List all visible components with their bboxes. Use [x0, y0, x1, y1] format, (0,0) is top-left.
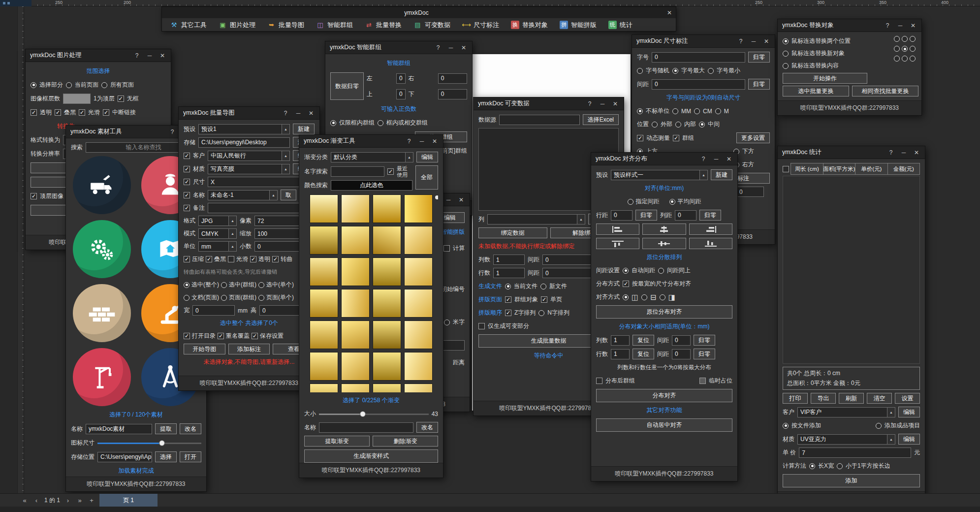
- radio-fixed-gap[interactable]: [628, 199, 633, 205]
- radio-current-page[interactable]: [66, 82, 72, 88]
- stats-column-header[interactable]: 单价(元): [855, 163, 888, 175]
- option-radio[interactable]: [910, 46, 916, 52]
- more-settings-button[interactable]: 更多设置: [736, 132, 770, 143]
- variable-only-checkbox[interactable]: [478, 323, 485, 329]
- group-after-checkbox[interactable]: [596, 378, 602, 384]
- name-checkbox[interactable]: [184, 192, 190, 198]
- toolbar-item-image-process[interactable]: ▣图片处理: [219, 21, 255, 30]
- radio-outside[interactable]: [652, 122, 658, 128]
- dropdown-arrow-icon[interactable]: [887, 407, 895, 417]
- open-path-button[interactable]: 打开: [180, 451, 201, 462]
- name-search-input[interactable]: [331, 166, 384, 177]
- toolbar-item-smart-imposition[interactable]: 拼智能拼版: [560, 21, 597, 30]
- zero-gap-button[interactable]: 归零: [748, 79, 770, 90]
- option-radio[interactable]: [902, 36, 908, 42]
- dist-cols-input[interactable]: 1: [611, 335, 630, 346]
- align-right-button[interactable]: [689, 224, 732, 235]
- minimize-icon[interactable]: ─: [712, 156, 720, 162]
- align-bottom-button[interactable]: [689, 238, 732, 249]
- help-icon[interactable]: ?: [699, 156, 707, 162]
- radio-selected-whole[interactable]: [184, 282, 190, 288]
- transparent-checkbox[interactable]: [250, 256, 256, 262]
- dynamic-measure-checkbox[interactable]: [637, 135, 643, 141]
- gradient-swatch[interactable]: [341, 289, 370, 318]
- gradient-swatch[interactable]: [310, 257, 338, 286]
- close-icon[interactable]: ✕: [460, 44, 468, 51]
- radio-n-order[interactable]: [538, 310, 544, 316]
- option-radio[interactable]: [894, 46, 900, 52]
- close-icon[interactable]: ✕: [158, 52, 166, 59]
- right-input[interactable]: 0: [438, 73, 467, 84]
- toolbar-item-other-tools[interactable]: ⚒其它工具: [170, 21, 207, 30]
- mode-select[interactable]: CMYK: [198, 228, 228, 239]
- gradient-category-select[interactable]: 默认分类: [331, 152, 405, 162]
- height-input[interactable]: 0: [259, 305, 302, 316]
- gradient-swatch[interactable]: [404, 257, 433, 286]
- help-icon[interactable]: ?: [168, 128, 176, 135]
- edit-client-button[interactable]: 编辑: [898, 407, 920, 417]
- minimize-icon[interactable]: ─: [418, 138, 426, 145]
- preset-select[interactable]: 预设1: [198, 124, 282, 134]
- toolbar-item-variable-data[interactable]: ▤可变数据: [413, 21, 450, 30]
- radio-inside[interactable]: [675, 122, 681, 128]
- gap-input[interactable]: 0: [652, 79, 745, 90]
- titlebar[interactable]: ymxkDoc 替换对象?─✕: [778, 19, 921, 32]
- breaklink-checkbox[interactable]: [103, 109, 109, 116]
- radio-selected-single[interactable]: [258, 282, 264, 288]
- gradient-swatch[interactable]: [341, 226, 370, 255]
- last-page-button[interactable]: »: [76, 497, 84, 504]
- stats-table-body[interactable]: [783, 176, 920, 364]
- radio-new-file[interactable]: [540, 284, 546, 289]
- recent-checkbox[interactable]: [387, 168, 394, 175]
- gradient-swatch[interactable]: [373, 226, 401, 255]
- top-input[interactable]: 0: [396, 89, 406, 99]
- widest-size-checkbox[interactable]: [623, 281, 629, 287]
- material-item[interactable]: [71, 156, 133, 214]
- layer-count-input[interactable]: [63, 94, 91, 104]
- close-icon[interactable]: ✕: [307, 110, 315, 117]
- option-radio[interactable]: [894, 56, 900, 62]
- unit-select[interactable]: mm: [198, 241, 228, 252]
- first-page-button[interactable]: «: [21, 497, 29, 504]
- align-middle-v-button[interactable]: [642, 238, 686, 249]
- new-preset-button[interactable]: 新建: [293, 124, 315, 134]
- radio-doc-page[interactable]: [184, 295, 190, 301]
- choose-excel-button[interactable]: 选择Excel: [583, 114, 619, 125]
- rename-button[interactable]: 改名: [180, 423, 201, 434]
- align-left-button[interactable]: [596, 224, 639, 235]
- dropdown-arrow-icon[interactable]: [228, 241, 237, 252]
- imposition-link[interactable]: 智能拼版: [441, 228, 465, 236]
- toolbar-item-stats[interactable]: 统统计: [608, 21, 632, 30]
- extract-button[interactable]: 提取: [155, 423, 177, 434]
- add-page-button[interactable]: +: [88, 497, 95, 504]
- gradient-swatch[interactable]: [373, 352, 401, 381]
- zero-col-button[interactable]: 归零: [699, 210, 721, 221]
- dropdown-arrow-icon[interactable]: [699, 170, 708, 180]
- dropdown-arrow-icon[interactable]: [577, 214, 585, 224]
- overprint-checkbox[interactable]: [55, 109, 61, 116]
- gradient-swatch[interactable]: [310, 194, 338, 223]
- width-input[interactable]: 0: [192, 305, 235, 316]
- radio-select-part[interactable]: [31, 82, 36, 88]
- dist-rows-input[interactable]: 1: [611, 349, 630, 359]
- client-checkbox[interactable]: [184, 153, 190, 159]
- gradient-swatch[interactable]: [341, 257, 370, 286]
- start-operation-button[interactable]: 开始操作: [783, 73, 867, 84]
- gradient-swatch[interactable]: [404, 320, 433, 349]
- gradient-swatch[interactable]: [373, 384, 401, 392]
- titlebar[interactable]: ymxkDoc 图片处理?─✕: [26, 49, 171, 62]
- radio-page-group[interactable]: [221, 295, 227, 301]
- close-icon[interactable]: ✕: [431, 138, 439, 145]
- radio-same-gap[interactable]: [658, 268, 664, 274]
- unit-price-input[interactable]: 7: [799, 448, 911, 458]
- temp-placeholder-checkbox[interactable]: [699, 378, 706, 384]
- material-name-input[interactable]: ymxkDoc素材: [86, 424, 152, 434]
- minimize-icon[interactable]: ─: [146, 52, 154, 59]
- close-icon[interactable]: ✕: [667, 9, 672, 16]
- toolbar-item-batch-replace[interactable]: ⇄批量替换: [365, 21, 402, 30]
- radio-add-product[interactable]: [876, 423, 882, 429]
- stats-action-button[interactable]: 刷新: [839, 393, 864, 404]
- radio-font-max[interactable]: [672, 68, 678, 74]
- close-icon[interactable]: ✕: [762, 38, 770, 45]
- choose-path-button[interactable]: 选择: [155, 451, 177, 462]
